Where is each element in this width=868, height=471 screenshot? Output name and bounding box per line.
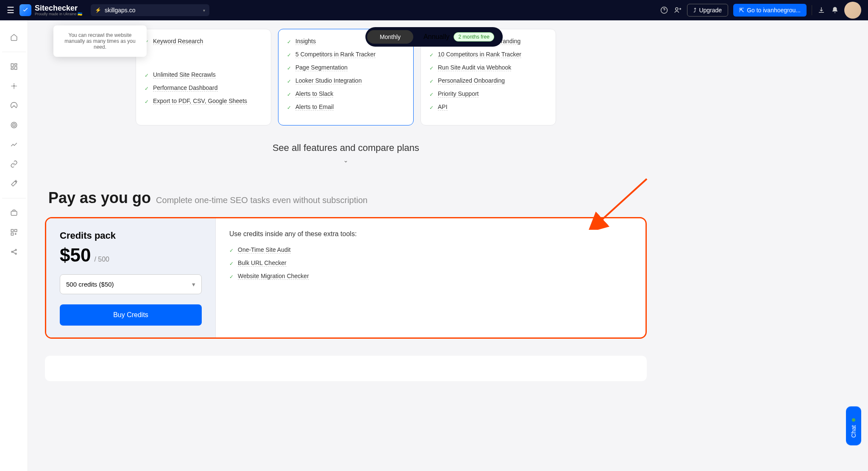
svg-point-16	[15, 253, 17, 254]
credits-box: Credits pack $50 / 500 500 credits ($50)…	[45, 217, 647, 339]
credits-select-value: 500 credits ($50)	[66, 281, 114, 288]
svg-rect-12	[14, 229, 17, 231]
svg-point-15	[15, 249, 17, 251]
feature-item: ✓Run Site Audit via Webhook	[429, 64, 547, 71]
feature-item: ✓Keyword Research	[145, 38, 262, 45]
logo[interactable]: Sitechecker Proudly made in Ukraine 🇺🇦	[19, 4, 82, 16]
divider	[2, 52, 26, 52]
site-selector[interactable]: ⚡ skillgaps.co ▾	[91, 4, 209, 16]
sidebar-apps[interactable]	[6, 224, 22, 241]
goto-label: Go to ivanhoegrou...	[747, 7, 801, 14]
check-icon: ✓	[429, 65, 434, 71]
tooltip: You can recrawl the website manually as …	[53, 25, 147, 57]
external-link-icon: ⇱	[739, 7, 744, 14]
svg-point-14	[11, 251, 13, 253]
upgrade-button[interactable]: ⤴ Upgrade	[687, 4, 728, 17]
goto-site-button[interactable]: ⇱ Go to ivanhoegrou...	[733, 4, 807, 17]
check-icon: ✓	[287, 105, 291, 111]
feature-item: ✓Bulk URL Checker	[229, 259, 632, 267]
site-name: skillgaps.co	[105, 7, 135, 14]
bolt-icon: ⚡	[95, 7, 101, 13]
chevron-down-icon: ▾	[203, 8, 205, 13]
sidebar-link[interactable]	[6, 156, 22, 173]
upgrade-label: Upgrade	[699, 7, 722, 14]
feature-item: ✓Alerts to Slack	[287, 90, 405, 98]
logo-icon	[19, 4, 31, 16]
sidebar-analytics[interactable]	[6, 78, 22, 95]
check-icon: ✓	[429, 78, 434, 84]
feature-item: ✓5 Competitors in Rank Tracker	[287, 51, 405, 58]
help-icon[interactable]	[660, 6, 668, 14]
feature-item: ✓Unlimited Site Recrawls	[145, 71, 262, 78]
check-icon: ✓	[145, 99, 149, 105]
sidebar-target[interactable]	[6, 117, 22, 134]
feature-item: ✓One-Time Site Audit	[229, 246, 632, 254]
chevron-down-icon: ⌄	[45, 157, 647, 164]
next-section	[45, 356, 647, 381]
main-content: You can recrawl the website manually as …	[28, 20, 664, 390]
compare-plans-link[interactable]: See all features and compare plans ⌄	[45, 142, 647, 164]
logo-tagline: Proudly made in Ukraine 🇺🇦	[35, 12, 82, 16]
sidebar-speed[interactable]	[6, 97, 22, 114]
credits-select[interactable]: 500 credits ($50)	[60, 274, 202, 294]
check-icon: ✓	[287, 39, 291, 45]
credits-per: / 500	[94, 256, 109, 263]
check-icon: ✓	[287, 65, 291, 71]
credits-right: Use credits inside any of these extra to…	[216, 218, 645, 337]
bell-icon[interactable]	[831, 6, 839, 14]
feature-item: ✓Website Migration Checker	[229, 273, 632, 280]
check-icon: ✓	[145, 72, 149, 78]
sidebar-share[interactable]	[6, 243, 22, 260]
billing-toggle: Monthly Annually 2 months free	[365, 27, 503, 47]
feature-item: ✓10 Competitors in Rank Tracker	[429, 51, 547, 58]
svg-point-9	[14, 125, 14, 125]
feature-item: ✓Priority Support	[429, 90, 547, 98]
sidebar-briefcase[interactable]	[6, 204, 22, 221]
free-badge: 2 months free	[454, 32, 494, 42]
check-icon: ✓	[287, 78, 291, 84]
payg-subtitle: Complete one-time SEO tasks even without…	[156, 195, 367, 205]
svg-point-6	[13, 85, 15, 87]
feature-item: ✓Looker Studio Integration	[287, 77, 405, 84]
divider	[2, 198, 26, 198]
sidebar-home[interactable]	[6, 29, 22, 46]
credits-pack-title: Credits pack	[60, 230, 202, 241]
sidebar-dashboard[interactable]	[6, 58, 22, 75]
svg-point-1	[676, 8, 678, 10]
feature-item: ✓Performance Dashboard	[145, 84, 262, 92]
svg-rect-5	[11, 68, 13, 70]
check-icon: ✓	[287, 92, 291, 98]
payg-title: Pay as you go	[48, 189, 151, 207]
payg-heading: Pay as you go Complete one-time SEO task…	[45, 189, 647, 207]
avatar[interactable]	[844, 2, 861, 19]
svg-rect-11	[11, 229, 13, 231]
divider	[812, 5, 812, 15]
feature-item: ✓Personalized Onboarding	[429, 77, 547, 84]
check-icon: ✓	[145, 86, 149, 92]
upgrade-icon: ⤴	[693, 7, 696, 14]
compare-text: See all features and compare plans	[45, 142, 647, 153]
sidebar-trend[interactable]	[6, 136, 22, 153]
sidebar-magic[interactable]	[6, 175, 22, 192]
svg-rect-13	[11, 233, 13, 235]
check-icon: ✓	[287, 52, 291, 58]
check-icon: ✓	[229, 248, 234, 254]
check-icon: ✓	[429, 105, 434, 111]
check-icon: ✓	[429, 52, 434, 58]
annually-label: Annually	[423, 33, 449, 41]
svg-rect-2	[11, 64, 13, 67]
svg-rect-3	[14, 64, 17, 65]
feature-item: ✓Alerts to Email	[287, 103, 405, 111]
menu-icon[interactable]: ☰	[7, 5, 14, 15]
toggle-monthly[interactable]: Monthly	[367, 30, 413, 44]
svg-rect-10	[11, 211, 17, 215]
buy-credits-button[interactable]: Buy Credits	[60, 304, 202, 326]
plan-card-basic: ✓Keyword Research ✓Unlimited Site Recraw…	[136, 29, 271, 125]
feature-item: ✓Export to PDF, CSV, Google Sheets	[145, 98, 262, 105]
check-icon: ✓	[429, 92, 434, 98]
download-icon[interactable]	[817, 6, 826, 14]
svg-rect-4	[14, 67, 17, 70]
add-user-icon[interactable]	[673, 6, 682, 14]
sidebar	[0, 20, 28, 390]
toggle-annually[interactable]: Annually 2 months free	[413, 29, 501, 45]
